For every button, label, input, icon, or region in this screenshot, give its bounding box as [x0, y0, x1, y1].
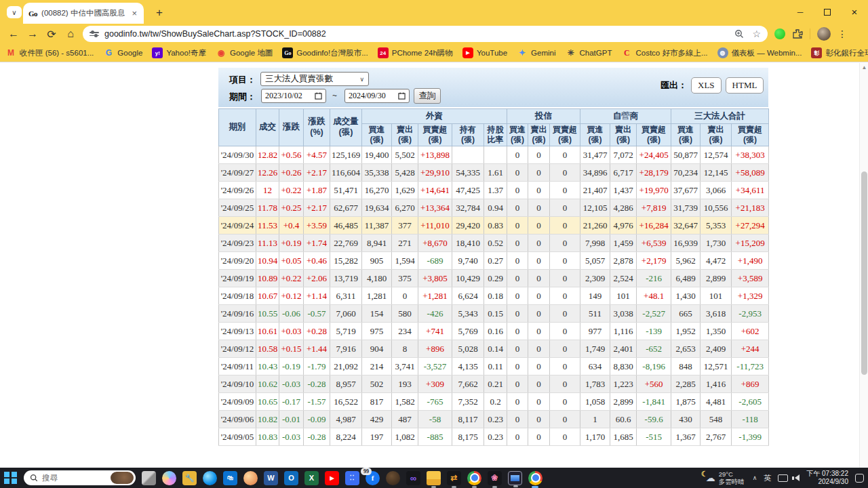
table-row[interactable]: '24/09/1210.58+0.15+1.447,9169048+8965,0… — [219, 340, 769, 358]
reload-button[interactable]: ⟳ — [42, 28, 61, 41]
table-cell: +2.17 — [304, 199, 330, 217]
outlook-icon[interactable]: O — [284, 471, 298, 485]
calendar-icon[interactable] — [398, 92, 406, 100]
bookmark-item[interactable]: M收件匣 (56) - s5601... — [5, 47, 94, 58]
paint-icon[interactable] — [243, 471, 258, 485]
page-scrollbar[interactable]: ▲ — [859, 63, 868, 468]
chevron-down-icon[interactable]: ∨ — [7, 6, 22, 18]
table-cell: +0.19 — [279, 235, 304, 252]
bookmark-item[interactable]: 彰彰化銀行全球資訊... — [811, 47, 868, 58]
remote-app-icon[interactable]: ⇄ — [447, 471, 461, 485]
weather-widget[interactable]: ☁☾ 29°C多雲時晴 — [706, 470, 745, 486]
bookmark-item[interactable]: GGoogle — [103, 47, 142, 58]
language-indicator[interactable]: 英 — [764, 473, 771, 483]
table-row[interactable]: '24/09/1010.62-0.03-0.288,957502193+3097… — [219, 375, 769, 393]
app-icon[interactable] — [386, 471, 400, 485]
toolbar-divider — [810, 28, 810, 39]
meta-icon[interactable]: ∞ — [406, 471, 420, 485]
url-text[interactable]: goodinfo.tw/tw/ShowBuySaleChart.asp?STOC… — [104, 29, 729, 39]
table-row[interactable]: '24/09/3012.82+0.56+4.57125,16919,4005,5… — [219, 146, 769, 164]
address-bar[interactable]: goodinfo.tw/tw/ShowBuySaleChart.asp?STOC… — [83, 26, 768, 42]
bookmark-item[interactable]: ◉Google 地圖 — [216, 47, 273, 58]
table-row[interactable]: '24/09/1910.89+0.22+2.0613,7194,180375+3… — [219, 270, 769, 287]
maximize-button[interactable] — [814, 0, 841, 24]
start-button[interactable] — [4, 471, 18, 485]
export-html-button[interactable]: HTML — [726, 77, 764, 94]
touch-keyboard-icon[interactable] — [778, 474, 788, 482]
task-view-button[interactable] — [142, 471, 156, 485]
forward-button[interactable]: → — [23, 28, 42, 40]
table-row[interactable]: '24/09/1310.61+0.03+0.285,719975234+7415… — [219, 323, 769, 340]
table-row[interactable]: '24/09/0610.82-0.01-0.094,987429487-588,… — [219, 411, 769, 428]
taskbar-search-box[interactable]: 搜尋 — [24, 470, 136, 485]
zoom-icon[interactable] — [734, 29, 744, 39]
speaker-icon[interactable] — [795, 474, 800, 481]
copilot-icon[interactable] — [162, 471, 176, 485]
table-row[interactable]: '24/09/2411.53+0.4+3.5946,48511,387377+1… — [219, 217, 769, 235]
table-row[interactable]: '24/09/2612+0.22+1.8751,47116,2701,629+1… — [219, 182, 769, 199]
file-explorer-icon[interactable] — [427, 471, 441, 485]
bookmark-label: Google 地圖 — [230, 48, 273, 58]
bookmark-item[interactable]: ▶YouTube — [462, 47, 507, 58]
home-button[interactable]: ⌂ — [61, 28, 80, 40]
table-row[interactable]: '24/09/2511.78+0.25+2.1762,67719,6346,27… — [219, 199, 769, 217]
table-row[interactable]: '24/09/1810.67+0.12+1.146,3111,2810+1,28… — [219, 287, 769, 305]
close-button[interactable]: × — [841, 0, 868, 24]
export-xls-button[interactable]: XLS — [691, 77, 722, 94]
facebook-icon[interactable]: f99 — [366, 471, 380, 485]
tray-chevron-up-icon[interactable]: ∧ — [753, 474, 757, 481]
bookmark-item[interactable]: CCostco 好市多線上... — [621, 47, 707, 58]
table-row[interactable]: '24/09/2712.26+0.26+2.17116,60435,3385,4… — [219, 164, 769, 182]
youtube-icon[interactable]: ▶ — [325, 471, 339, 485]
bookmark-item[interactable]: 24PChome 24h購物 — [378, 47, 453, 58]
extensions-puzzle-icon[interactable] — [792, 28, 803, 39]
adblock-extension-icon[interactable] — [774, 28, 785, 39]
excel-icon[interactable]: X — [304, 471, 319, 485]
tools-app-icon[interactable]: 🔧 — [182, 471, 197, 485]
minimize-button[interactable]: ─ — [787, 0, 814, 24]
date-to-input[interactable]: 2024/09/30 — [344, 89, 410, 103]
profile-avatar[interactable] — [817, 27, 831, 41]
table-row[interactable]: '24/09/0510.83-0.03-0.288,2241971,082-88… — [219, 428, 769, 446]
scroll-up-arrow-icon[interactable]: ▲ — [860, 63, 868, 73]
edge-icon[interactable] — [203, 471, 217, 485]
chrome-icon[interactable] — [467, 471, 481, 485]
back-button[interactable]: ← — [4, 28, 23, 40]
bookmark-item[interactable]: ✳ChatGPT — [566, 47, 612, 58]
site-info-icon[interactable] — [90, 32, 99, 36]
bookmark-item[interactable]: GoGoodinfo!台灣股市... — [282, 47, 368, 58]
table-row[interactable]: '24/09/2311.13+0.19+1.7422,7698,941271+8… — [219, 235, 769, 252]
scrollbar-thumb[interactable] — [861, 171, 867, 375]
table-cell: -2,953 — [732, 305, 769, 323]
photo-app-icon[interactable]: ❀ — [488, 471, 502, 485]
clock[interactable]: 下午 07:38:22 2024/9/30 — [806, 470, 848, 487]
chrome-active-icon[interactable] — [528, 471, 542, 485]
word-icon[interactable]: W — [264, 471, 278, 485]
maps-icon: ◉ — [216, 47, 226, 58]
search-highlight-image[interactable] — [111, 472, 134, 484]
bookmark-item[interactable]: ✦Gemini — [517, 47, 555, 58]
column-header: 賣出(張) — [528, 124, 550, 146]
calculator-icon[interactable]: ⁚⁚ — [345, 471, 359, 485]
item-select[interactable]: 三大法人買賣張數 ∨ — [260, 72, 369, 86]
date-from-input[interactable]: 2023/10/02 — [261, 89, 326, 103]
table-row[interactable]: '24/09/0910.65-0.17-1.5716,5228171,582-7… — [219, 393, 769, 411]
notification-center-icon[interactable] — [855, 474, 864, 483]
bookmark-item[interactable]: y!Yahoo!奇摩 — [152, 47, 206, 58]
bookmark-item[interactable]: ◍儀表板 — Webmin... — [717, 47, 802, 58]
new-tab-button[interactable]: + — [152, 5, 167, 20]
browser-tab[interactable]: Go (00882) 中信中國高股息 法人買賣 × — [23, 3, 144, 24]
query-button[interactable]: 查詢 — [414, 88, 441, 104]
menu-kebab-icon[interactable]: ⋮ — [837, 28, 847, 39]
monitor-app-icon[interactable] — [508, 471, 522, 485]
microsoft-store-icon[interactable]: 🛍 — [223, 471, 237, 485]
tab-close-icon[interactable]: × — [130, 8, 138, 18]
calendar-icon[interactable] — [315, 92, 322, 100]
table-cell: 5,353 — [701, 217, 732, 235]
table-cell: '24/09/05 — [219, 428, 256, 446]
table-row[interactable]: '24/09/1110.43-0.19-1.7921,0922143,741-3… — [219, 358, 769, 375]
table-row[interactable]: '24/09/1610.55-0.06-0.577,060154580-4265… — [219, 305, 769, 323]
table-cell: 0.16 — [484, 323, 507, 340]
table-row[interactable]: '24/09/2010.94+0.05+0.4615,2829051,594-6… — [219, 252, 769, 270]
bookmark-star-icon[interactable]: ☆ — [752, 28, 761, 39]
